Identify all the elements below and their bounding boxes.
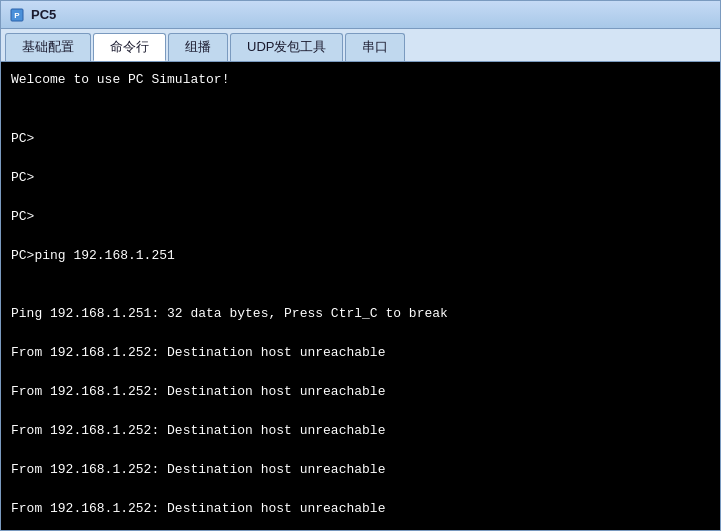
terminal-line: PC> — [11, 207, 710, 227]
main-window: P PC5 基础配置 命令行 组播 UDP发包工具 串口 Welcome to … — [0, 0, 721, 531]
terminal-line: PC> — [11, 168, 710, 188]
tab-cmd[interactable]: 命令行 — [93, 33, 166, 61]
title-bar: P PC5 — [1, 1, 720, 29]
terminal-container: Welcome to use PC Simulator! PC> PC> PC>… — [1, 61, 720, 530]
terminal-line: From 192.168.1.252: Destination host unr… — [11, 382, 710, 402]
tab-udp[interactable]: UDP发包工具 — [230, 33, 343, 61]
terminal-line: From 192.168.1.252: Destination host unr… — [11, 343, 710, 363]
svg-text:P: P — [14, 11, 20, 20]
tab-basic[interactable]: 基础配置 — [5, 33, 91, 61]
terminal-line: From 192.168.1.252: Destination host unr… — [11, 421, 710, 441]
terminal-line: From 192.168.1.252: Destination host unr… — [11, 499, 710, 519]
window-title: PC5 — [31, 7, 56, 22]
terminal-line: PC>ping 192.168.1.251 — [11, 246, 710, 266]
terminal-line: From 192.168.1.252: Destination host unr… — [11, 460, 710, 480]
terminal-output[interactable]: Welcome to use PC Simulator! PC> PC> PC>… — [1, 62, 720, 530]
tab-multicast[interactable]: 组播 — [168, 33, 228, 61]
tab-serial[interactable]: 串口 — [345, 33, 405, 61]
terminal-line: PC> — [11, 129, 710, 149]
tab-bar: 基础配置 命令行 组播 UDP发包工具 串口 — [1, 29, 720, 61]
window-icon: P — [9, 7, 25, 23]
terminal-line: Welcome to use PC Simulator! — [11, 70, 710, 90]
terminal-line: Ping 192.168.1.251: 32 data bytes, Press… — [11, 304, 710, 324]
